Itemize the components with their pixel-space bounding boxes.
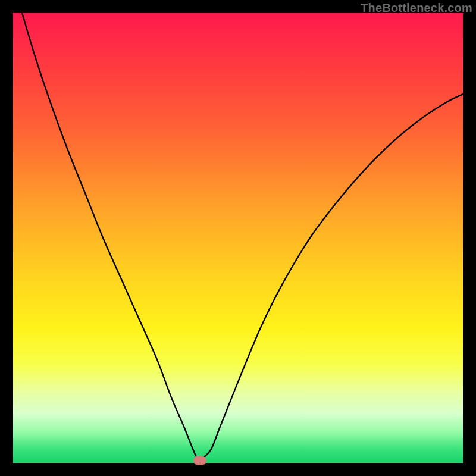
bottleneck-curve: [13, 13, 463, 463]
watermark-text: TheBottleneck.com: [361, 1, 472, 15]
optimum-marker: [193, 456, 206, 465]
chart-frame: TheBottleneck.com: [0, 0, 476, 476]
plot-area: [13, 13, 463, 463]
